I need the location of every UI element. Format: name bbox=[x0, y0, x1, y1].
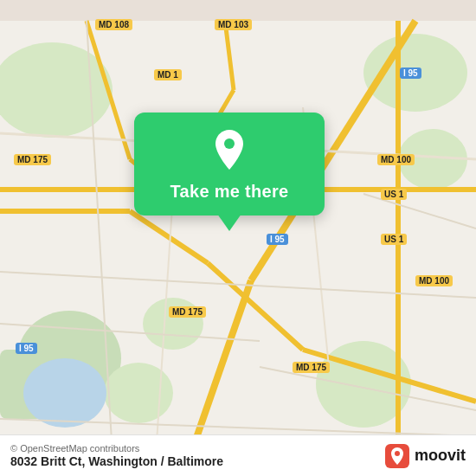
svg-point-34 bbox=[395, 451, 400, 456]
road-label-i95-top: I 95 bbox=[400, 68, 421, 79]
address-text: © OpenStreetMap contributors 8032 Britt … bbox=[10, 443, 223, 468]
road-label-md108: MD 108 bbox=[95, 19, 132, 30]
road-label-md1-top: MD 1 bbox=[154, 69, 182, 80]
popup-card: Take me there bbox=[134, 113, 325, 215]
moovit-logo: moovit bbox=[385, 444, 466, 468]
road-label-us1-top: US 1 bbox=[381, 189, 407, 200]
moovit-icon bbox=[385, 444, 409, 468]
road-label-md175-bot2: MD 175 bbox=[293, 362, 330, 373]
road-label-i95-mid: I 95 bbox=[267, 234, 288, 245]
road-label-md175-bot1: MD 175 bbox=[169, 306, 206, 318]
road-label-md175-left: MD 175 bbox=[14, 154, 51, 165]
road-label-md103: MD 103 bbox=[215, 19, 252, 30]
svg-point-10 bbox=[23, 358, 106, 428]
map-container: MD 103 MD 108 MD 1 I 95 MD 175 MD 100 US… bbox=[0, 0, 476, 476]
bottom-bar: © OpenStreetMap contributors 8032 Britt … bbox=[0, 434, 476, 476]
take-me-there-button[interactable]: Take me there bbox=[170, 182, 289, 202]
svg-point-8 bbox=[143, 298, 203, 350]
svg-point-32 bbox=[224, 138, 235, 149]
road-label-md100-right: MD 100 bbox=[415, 275, 453, 286]
road-label-us1-mid: US 1 bbox=[381, 234, 407, 245]
attribution-text: © OpenStreetMap contributors bbox=[10, 443, 223, 453]
road-label-md100: MD 100 bbox=[377, 154, 415, 165]
moovit-brand-text: moovit bbox=[415, 447, 466, 465]
road-label-i95-bot: I 95 bbox=[16, 343, 37, 354]
svg-point-6 bbox=[104, 363, 173, 423]
location-pin-icon bbox=[207, 128, 252, 173]
address-label: 8032 Britt Ct, Washington / Baltimore bbox=[10, 454, 223, 468]
